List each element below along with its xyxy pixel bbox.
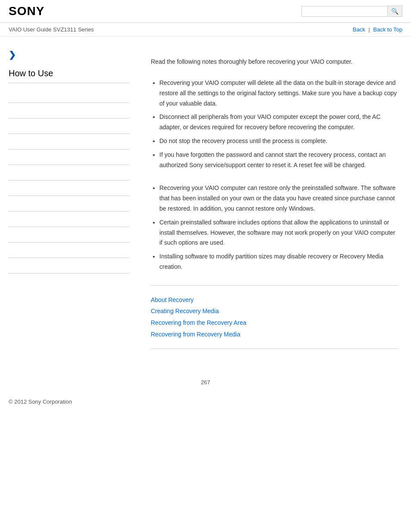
back-link[interactable]: Back [353,26,365,33]
divider-bottom [151,348,398,349]
back-to-top-link[interactable]: Back to Top [373,26,402,33]
content-intro: Read the following notes thoroughly befo… [151,58,398,65]
sidebar-item[interactable] [9,165,129,180]
page-number: 267 [0,370,411,390]
sidebar-items-list [9,87,129,274]
bullet-list-1: Recovering your VAIO computer will delet… [151,78,398,170]
bullet-item: Installing software to modify partition … [159,252,398,272]
bullet-list-2: Recovering your VAIO computer can restor… [151,183,398,272]
sidebar-item[interactable] [9,134,129,149]
sidebar: ❯ How to Use [0,37,138,370]
nav-links: Back | Back to Top [353,26,402,33]
bullet-item: Do not stop the recovery process until t… [159,136,398,146]
sidebar-item[interactable] [9,227,129,243]
header: SONY 🔍 [0,0,411,23]
sony-logo: SONY [9,4,44,18]
link-recovering-from-recovery-area[interactable]: Recovering from the Recovery Area [151,317,398,329]
divider-top [151,285,398,286]
copyright: © 2012 Sony Corporation [9,398,72,405]
nav-separator: | [368,26,370,33]
sidebar-item[interactable] [9,243,129,258]
bullet-item: Certain preinstalled software includes o… [159,218,398,248]
bullet-item: If you have forgotten the password and c… [159,150,398,171]
link-creating-recovery-media[interactable]: Creating Recovery Media [151,305,398,317]
sidebar-item[interactable] [9,149,129,165]
guide-title: VAIO User Guide SVZ1311 Series [9,26,94,33]
header-search-area: 🔍 [302,6,402,17]
search-button[interactable]: 🔍 [388,6,402,17]
footer: © 2012 Sony Corporation [0,390,411,414]
sidebar-section-title: How to Use [9,68,129,83]
sidebar-item[interactable] [9,118,129,134]
subheader: VAIO User Guide SVZ1311 Series Back | Ba… [0,23,411,37]
sidebar-arrow-icon: ❯ [9,50,129,60]
sidebar-item[interactable] [9,87,129,103]
sidebar-item[interactable] [9,103,129,118]
content-section-2: Recovering your VAIO computer can restor… [151,183,398,272]
link-about-recovery[interactable]: About Recovery [151,294,398,306]
link-recovering-from-recovery-media[interactable]: Recovering from Recovery Media [151,329,398,340]
bullet-item: Disconnect all peripherals from your VAI… [159,112,398,133]
sidebar-item[interactable] [9,180,129,196]
sidebar-item[interactable] [9,212,129,227]
main-container: ❯ How to Use Read the following notes th… [0,37,411,370]
bullet-item: Recovering your VAIO computer can restor… [159,183,398,214]
bullet-item: Recovering your VAIO computer will delet… [159,78,398,109]
sidebar-item[interactable] [9,258,129,274]
content-section-1: Recovering your VAIO computer will delet… [151,78,398,170]
links-section: About Recovery Creating Recovery Media R… [151,294,398,340]
content-area: Read the following notes thoroughly befo… [138,37,411,370]
search-icon: 🔍 [391,8,399,15]
search-input[interactable] [302,6,388,17]
sidebar-item[interactable] [9,196,129,212]
